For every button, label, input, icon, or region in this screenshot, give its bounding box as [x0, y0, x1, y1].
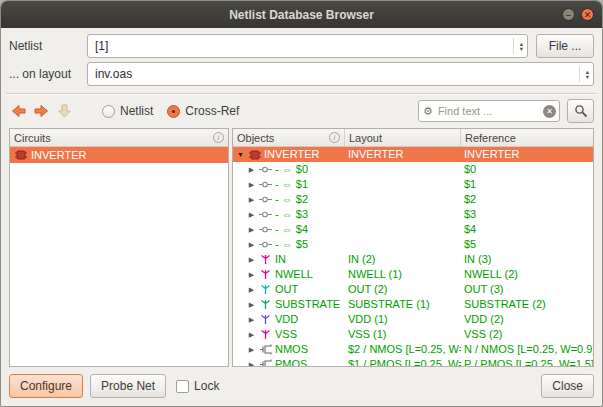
object-label: - ⇔ $2 [275, 192, 308, 207]
circuit-label: INVERTER [31, 149, 86, 161]
object-label: INVERTER [264, 147, 319, 162]
tree-row[interactable]: ▶- ⇔ $0$0 [233, 162, 593, 177]
search-options-gear-icon[interactable]: ⚙ [423, 106, 433, 117]
checkbox-icon[interactable] [176, 380, 189, 393]
pin-icon [259, 225, 272, 234]
objects-cell: ▶VDD [233, 312, 345, 327]
tree-row[interactable]: ▶SUBSTRATESUBSTRATE (1)SUBSTRATE (2) [233, 297, 593, 312]
tree-row[interactable]: ▶- ⇔ $1$1 [233, 177, 593, 192]
file-button[interactable]: File ... [536, 34, 594, 58]
netlist-database-browser-window: Netlist Database Browser – ✕ Netlist [1]… [0, 0, 603, 407]
window-content: Netlist [1] ▴ ▾ File ... ... on layout i… [1, 28, 602, 406]
circuit-item[interactable]: INVERTER [10, 147, 228, 163]
expand-icon[interactable]: ▶ [247, 312, 256, 327]
objects-header: Objects i Layout Reference [233, 129, 593, 147]
expand-icon[interactable]: ▶ [247, 222, 256, 237]
tree-row[interactable]: ▶NWELLNWELL (1)NWELL (2) [233, 267, 593, 282]
spinner-arrows-icon[interactable]: ▴ ▾ [513, 38, 523, 54]
forward-arrow-icon[interactable] [32, 102, 51, 121]
spinner-down-icon[interactable]: ▾ [520, 46, 523, 51]
objects-cell: ▶- ⇔ $5 [233, 237, 345, 252]
configure-button[interactable]: Configure [9, 374, 83, 398]
spinner-arrows-icon[interactable]: ▴ ▾ [579, 66, 589, 82]
reference-cell: $3 [461, 207, 593, 222]
expand-icon[interactable]: ▶ [247, 252, 256, 267]
expand-icon[interactable]: ▶ [247, 162, 256, 177]
net-icon [259, 299, 272, 310]
layout-combo-value: inv.oas [95, 67, 579, 81]
objects-rows: ▼INVERTERINVERTERINVERTER▶- ⇔ $0$0▶- ⇔ $… [233, 147, 593, 366]
netlist-radio-label: Netlist [120, 104, 153, 118]
layout-cell: INVERTER [345, 147, 461, 162]
objects-column-header[interactable]: Objects i [233, 129, 345, 146]
expand-icon[interactable]: ▶ [247, 207, 256, 222]
expand-icon[interactable]: ▶ [247, 357, 256, 366]
tree-row[interactable]: ▶PMOS$1 / PMOS [L=0.25, W=1.5]P / PMOS [… [233, 357, 593, 366]
probe-net-button[interactable]: Probe Net [90, 374, 166, 398]
expand-icon[interactable]: ▶ [247, 267, 256, 282]
netlist-combo[interactable]: [1] ▴ ▾ [87, 34, 528, 58]
tree-row[interactable]: ▶ININ (2)IN (3) [233, 252, 593, 267]
reference-cell: $4 [461, 222, 593, 237]
object-label: - ⇔ $1 [275, 177, 308, 192]
layout-cell: $2 / NMOS [L=0.25, W=0.9] [345, 342, 461, 357]
collapse-icon[interactable]: ▼ [236, 147, 245, 162]
close-button[interactable]: Close [541, 374, 594, 398]
expand-icon[interactable]: ▶ [247, 192, 256, 207]
pin-icon [259, 210, 272, 219]
objects-cell: ▶NWELL [233, 267, 345, 282]
circuit-icon [248, 150, 261, 160]
reference-cell: $2 [461, 192, 593, 207]
minimize-button[interactable]: – [562, 8, 575, 21]
layout-cell: OUT (2) [345, 282, 461, 297]
objects-cell: ▶- ⇔ $2 [233, 192, 345, 207]
object-label: IN [275, 252, 286, 267]
expand-icon[interactable]: ▶ [247, 342, 256, 357]
panels: Circuits i INVERTER Objects i Layout [9, 128, 594, 367]
tree-row[interactable]: ▶VDDVDD (1)VDD (2) [233, 312, 593, 327]
layout-column-header[interactable]: Layout [345, 129, 461, 146]
tree-row[interactable]: ▶OUTOUT (2)OUT (3) [233, 282, 593, 297]
tree-row[interactable]: ▶- ⇔ $3$3 [233, 207, 593, 222]
back-arrow-icon[interactable] [9, 102, 28, 121]
layout-cell: VSS (1) [345, 327, 461, 342]
expand-icon[interactable]: ▶ [247, 282, 256, 297]
crossref-radio[interactable]: Cross-Ref [167, 104, 239, 118]
separator [6, 93, 597, 95]
lock-checkbox[interactable]: Lock [176, 379, 219, 393]
tree-row[interactable]: ▼INVERTERINVERTERINVERTER [233, 147, 593, 162]
netlist-radio[interactable]: Netlist [102, 104, 153, 118]
objects-cell: ▶SUBSTRATE [233, 297, 345, 312]
layout-combo[interactable]: inv.oas ▴ ▾ [87, 62, 594, 86]
down-arrow-icon[interactable] [55, 102, 74, 121]
search-button[interactable] [567, 99, 594, 123]
spinner-down-icon[interactable]: ▾ [586, 74, 589, 79]
expand-icon[interactable]: ▶ [247, 237, 256, 252]
info-icon: i [213, 132, 224, 143]
file-button-label: File ... [549, 39, 582, 53]
objects-cell: ▶- ⇔ $4 [233, 222, 345, 237]
reference-cell: $5 [461, 237, 593, 252]
objects-cell: ▶IN [233, 252, 345, 267]
expand-icon[interactable]: ▶ [247, 177, 256, 192]
info-icon: i [329, 132, 340, 143]
tree-row[interactable]: ▶NMOS$2 / NMOS [L=0.25, W=0.9]N / NMOS [… [233, 342, 593, 357]
tree-row[interactable]: ▶VSSVSS (1)VSS (2) [233, 327, 593, 342]
netlist-combo-value: [1] [95, 39, 513, 53]
tree-row[interactable]: ▶- ⇔ $4$4 [233, 222, 593, 237]
expand-icon[interactable]: ▶ [247, 297, 256, 312]
clear-search-icon[interactable]: ✕ [543, 105, 556, 118]
circuits-header: Circuits i [10, 129, 228, 147]
reference-column-header[interactable]: Reference [461, 129, 593, 146]
tree-row[interactable]: ▶- ⇔ $5$5 [233, 237, 593, 252]
pin-icon [259, 165, 272, 174]
objects-cell: ▶VSS [233, 327, 345, 342]
expand-icon[interactable]: ▶ [247, 327, 256, 342]
reference-cell: VSS (2) [461, 327, 593, 342]
tree-row[interactable]: ▶- ⇔ $2$2 [233, 192, 593, 207]
find-text-input[interactable] [436, 104, 540, 118]
close-button-label: Close [552, 379, 583, 393]
find-text-box[interactable]: ⚙ ✕ [418, 100, 560, 122]
close-window-button[interactable]: ✕ [581, 8, 594, 21]
circuits-column-header[interactable]: Circuits i [10, 129, 228, 146]
